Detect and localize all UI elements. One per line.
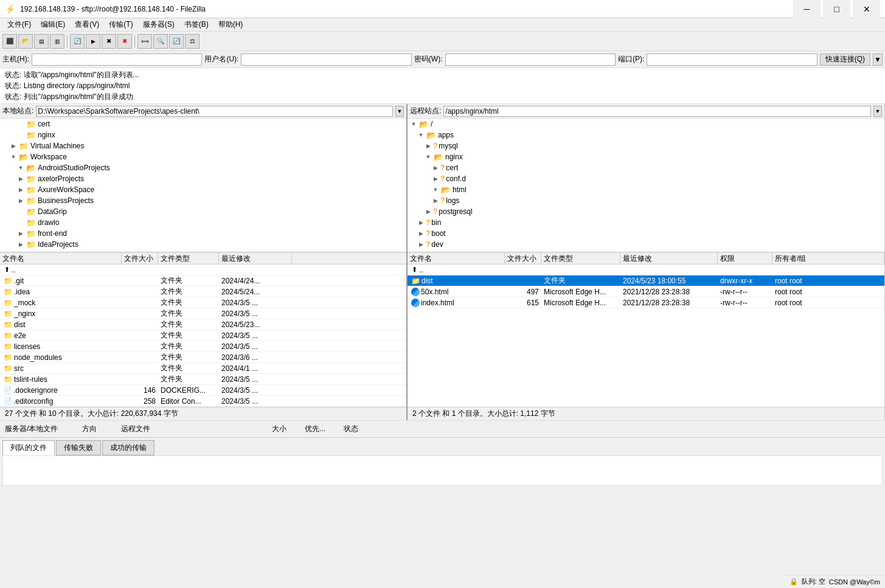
tree-expand-icon[interactable] (17, 219, 24, 226)
toolbar-refresh[interactable]: 🔄 (70, 34, 85, 49)
maximize-button[interactable]: □ (823, 0, 850, 18)
remote-tree-item[interactable]: ▼📂apps (408, 130, 884, 140)
menu-file[interactable]: 文件(F) (2, 18, 36, 31)
local-tree-item[interactable]: 📁nginx (0, 130, 406, 140)
tab-success[interactable]: 成功的传输 (102, 440, 154, 455)
tree-expand-icon[interactable]: ▶ (417, 241, 425, 248)
local-tree-item[interactable]: ▶📁Virtual Machines (0, 140, 406, 151)
remote-tree-item[interactable]: ▶?boot (408, 228, 884, 239)
remote-file-row[interactable]: ⬆.. (408, 265, 884, 275)
remote-tree-item[interactable]: ▶?bin (408, 217, 884, 228)
local-tree-item[interactable]: 📁drawlo (0, 217, 406, 228)
toolbar-search[interactable]: 🔍 (153, 34, 168, 49)
remote-file-row[interactable]: 📁dist 文件夹 2024/5/23 18:00:55 drwxr-xr-x … (408, 275, 884, 286)
remote-tree-item[interactable]: ▶?cert (408, 162, 884, 173)
menu-transfer[interactable]: 传输(T) (104, 18, 137, 31)
toolbar-cancel[interactable]: ✖ (102, 34, 116, 49)
local-tree-item[interactable]: ▶📁front-end (0, 228, 406, 239)
port-input[interactable] (647, 54, 817, 66)
col-name-right[interactable]: 文件名 (408, 253, 505, 264)
local-tree-item[interactable]: ▼📂Workspace (0, 151, 406, 162)
local-tree-item[interactable]: ▶📁axelorProjects (0, 173, 406, 184)
toolbar-find[interactable]: 🔃 (169, 34, 184, 49)
local-tree-item[interactable]: 📁DataGrip (0, 206, 406, 217)
tree-expand-icon[interactable]: ▼ (410, 120, 417, 128)
tree-expand-icon[interactable]: ▶ (425, 142, 432, 150)
toolbar-sync[interactable]: ⟺ (137, 34, 152, 49)
local-file-row[interactable]: 📁e2e 文件夹 2024/3/5 ... (0, 330, 406, 341)
local-file-row[interactable]: 📁_nginx 文件夹 2024/3/5 ... (0, 308, 406, 319)
local-file-row[interactable]: 📄.dockerignore 146 DOCKERIG... 2024/3/5 … (0, 385, 406, 396)
toolbar-new-connection[interactable]: ⬛ (2, 34, 17, 49)
local-file-row[interactable]: 📁_mock 文件夹 2024/3/5 ... (0, 297, 406, 308)
tree-expand-icon[interactable]: ▶ (417, 219, 425, 226)
tree-expand-icon[interactable]: ▶ (425, 208, 432, 215)
tree-expand-icon[interactable]: ▼ (417, 131, 425, 139)
local-file-row[interactable]: 📁licenses 文件夹 2024/3/5 ... (0, 341, 406, 352)
toolbar-toggle-local[interactable]: ▤ (34, 34, 49, 49)
remote-tree[interactable]: ▼📂/▼📂apps▶?mysql▼📂nginx▶?cert▶?conf.d▼📂h… (408, 119, 884, 252)
menu-bookmarks[interactable]: 书签(B) (179, 18, 213, 31)
toolbar-compare[interactable]: ⚖ (185, 34, 200, 49)
tree-expand-icon[interactable]: ▶ (10, 142, 17, 150)
local-file-row[interactable]: 📁node_modules 文件夹 2024/3/6 ... (0, 352, 406, 363)
local-file-row[interactable]: 📁tslint-rules 文件夹 2024/3/5 ... (0, 374, 406, 385)
local-tree-item[interactable]: ▶📁BusinessProjects (0, 195, 406, 206)
tree-expand-icon[interactable] (17, 131, 24, 139)
connect-dropdown[interactable]: ▼ (873, 54, 883, 66)
tree-expand-icon[interactable]: ▶ (417, 230, 425, 237)
tree-expand-icon[interactable]: ▶ (432, 164, 439, 171)
local-file-row[interactable]: 📄.editorconfig 258 Editor Con... 2024/3/… (0, 396, 406, 407)
local-tree-item[interactable]: ▶📁AxureWorkSpace (0, 184, 406, 195)
col-size-right[interactable]: 文件大小 (505, 253, 541, 264)
local-tree-item[interactable]: ▶📁IdeaProjects (0, 239, 406, 250)
remote-tree-item[interactable]: ▶?logs (408, 195, 884, 206)
remote-tree-item[interactable]: ▶?dev (408, 239, 884, 250)
local-tree-item[interactable]: 📁cert (0, 119, 406, 130)
local-file-list[interactable]: ⬆.. 📁.git 文件夹 2024/4/24... 📁.idea 文件夹 20… (0, 265, 406, 407)
remote-tree-item[interactable]: ▶?mysql (408, 140, 884, 151)
toolbar-processqueue[interactable]: ▶ (86, 34, 100, 49)
col-owner-right[interactable]: 所有者/组 (772, 253, 884, 264)
user-input[interactable] (241, 54, 411, 66)
tree-expand-icon[interactable]: ▼ (425, 153, 432, 161)
col-perms-right[interactable]: 权限 (718, 253, 772, 264)
close-button[interactable]: ✕ (853, 0, 880, 18)
local-file-row[interactable]: 📁dist 文件夹 2024/5/23... (0, 319, 406, 330)
local-file-row[interactable]: 📁src 文件夹 2024/4/1 ... (0, 363, 406, 374)
host-input[interactable] (32, 54, 202, 66)
remote-path-dropdown[interactable]: ▼ (873, 106, 882, 117)
tree-expand-icon[interactable] (17, 208, 24, 215)
remote-file-row[interactable]: index.html 615 Microsoft Edge H... 2021/… (408, 297, 884, 308)
minimize-button[interactable]: ─ (793, 0, 821, 18)
toolbar-open-siteman[interactable]: 📂 (18, 34, 33, 49)
tree-expand-icon[interactable]: ▶ (17, 186, 24, 193)
col-type-right[interactable]: 文件类型 (541, 253, 620, 264)
tab-queue[interactable]: 列队的文件 (2, 440, 55, 455)
menu-server[interactable]: 服务器(S) (138, 18, 179, 31)
tree-expand-icon[interactable]: ▶ (432, 175, 439, 182)
remote-tree-item[interactable]: ▼📂/ (408, 119, 884, 130)
remote-file-row[interactable]: 50x.html 497 Microsoft Edge H... 2021/12… (408, 286, 884, 297)
local-tree-item[interactable]: ▼📂AndroidStudioProjects (0, 162, 406, 173)
toolbar-toggle-remote[interactable]: ▥ (50, 34, 64, 49)
tab-failed[interactable]: 传输失败 (56, 440, 101, 455)
menu-view[interactable]: 查看(V) (70, 18, 104, 31)
remote-path-input[interactable] (443, 106, 871, 117)
remote-tree-item[interactable]: ▶?postgresql (408, 206, 884, 217)
toolbar-disconnect[interactable]: ✖ (117, 34, 132, 49)
tree-expand-icon[interactable]: ▼ (432, 186, 439, 193)
remote-tree-item[interactable]: ▼📂html (408, 184, 884, 195)
tree-expand-icon[interactable]: ▶ (17, 230, 24, 237)
local-path-input[interactable] (36, 106, 393, 117)
pass-input[interactable] (445, 54, 616, 66)
col-date-right[interactable]: 最近修改 (620, 253, 718, 264)
remote-tree-item[interactable]: ▼📂nginx (408, 151, 884, 162)
local-path-dropdown[interactable]: ▼ (395, 106, 404, 117)
tree-expand-icon[interactable]: ▶ (432, 197, 439, 204)
local-file-row[interactable]: ⬆.. (0, 265, 406, 275)
col-name-left[interactable]: 文件名 (0, 253, 122, 264)
tree-expand-icon[interactable]: ▶ (17, 175, 24, 182)
local-file-row[interactable]: 📁.git 文件夹 2024/4/24... (0, 275, 406, 286)
tree-expand-icon[interactable]: ▼ (10, 153, 17, 161)
